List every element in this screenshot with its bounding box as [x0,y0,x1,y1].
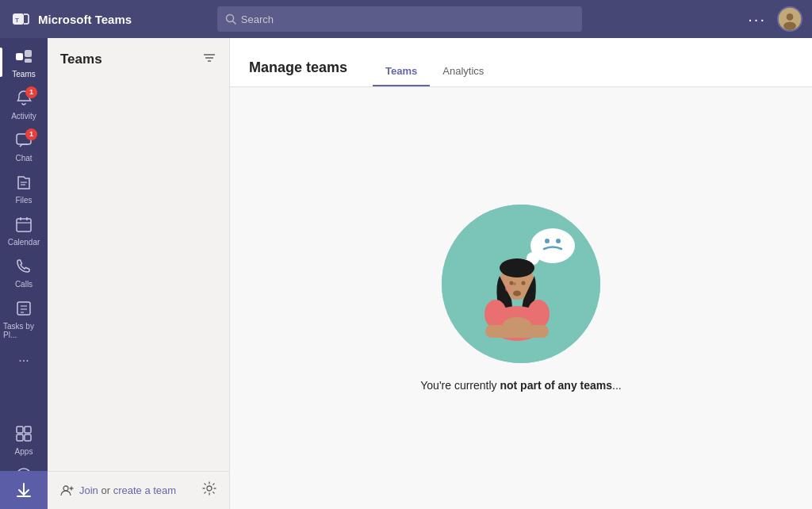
topbar-right: ··· [743,6,802,32]
svg-rect-10 [25,59,32,63]
svg-point-48 [505,285,511,292]
sidebar-item-apps-label: Apps [15,447,33,456]
sidebar-item-apps[interactable]: Apps [0,419,48,461]
sidebar-item-calendar[interactable]: Calendar [0,209,48,251]
avatar-image [779,6,801,32]
settings-icon[interactable] [202,481,216,499]
teams-logo-icon: T [10,8,32,30]
people-icon [60,484,75,498]
chat-badge: 1 [25,128,37,140]
illustration-svg [442,205,600,363]
join-link[interactable]: Join [79,484,98,496]
svg-point-54 [503,317,531,333]
content-header-top: Manage teams Teams Analytics [249,38,793,86]
search-placeholder: Search [241,13,274,25]
user-avatar[interactable] [777,6,802,32]
svg-rect-25 [25,434,31,441]
sidebar-item-teams-label: Teams [12,70,35,78]
svg-rect-8 [16,53,23,60]
empty-state-bold: not part of any teams [500,379,612,392]
svg-rect-18 [17,302,30,315]
svg-rect-24 [17,434,23,441]
sidebar-item-calendar-label: Calendar [8,238,40,247]
svg-point-7 [783,22,796,31]
activity-icon: 1 [15,90,33,109]
tab-teams[interactable]: Teams [373,55,430,86]
sidebar-item-tasks[interactable]: Tasks by Pl... [0,293,48,344]
more-options-button[interactable]: ··· [743,7,771,32]
sidebar-more-button[interactable]: ··· [18,350,29,371]
sidebar-item-chat-label: Chat [15,154,32,163]
join-text: Join or create a team [79,484,176,496]
sidebar-item-calls-label: Calls [15,280,33,289]
sidebar: Teams 1 Activity 1 Chat [0,38,48,509]
teams-panel: Teams Join or create a team [48,38,230,509]
download-icon [15,481,33,499]
sidebar-item-calls[interactable]: Calls [0,251,48,293]
svg-point-47 [513,282,516,285]
join-create-team[interactable]: Join or create a team [60,484,176,498]
sidebar-item-files[interactable]: Files [0,167,48,209]
files-icon [15,174,33,193]
svg-point-32 [63,486,68,491]
svg-point-46 [522,281,526,285]
teams-panel-title: Teams [60,52,102,67]
sidebar-item-activity-label: Activity [11,112,36,121]
svg-point-49 [513,291,521,297]
svg-point-41 [545,239,550,243]
sidebar-item-teams[interactable]: Teams [0,41,48,83]
svg-line-4 [232,21,236,25]
svg-rect-22 [17,427,23,433]
download-button[interactable] [0,471,48,509]
svg-point-42 [556,239,561,243]
empty-state: You're currently not part of any teams..… [230,87,812,509]
sidebar-item-files-label: Files [15,196,32,205]
svg-rect-14 [17,219,31,232]
app-logo: T Microsoft Teams [10,8,132,30]
tasks-icon [15,300,33,320]
teams-icon [15,48,33,67]
calendar-icon [15,216,33,235]
svg-point-6 [787,13,794,21]
search-icon [225,13,236,25]
svg-text:T: T [15,17,19,24]
content-header: Manage teams Teams Analytics [230,38,812,87]
svg-point-35 [207,486,212,491]
manage-teams-title: Manage teams [249,59,347,76]
teams-panel-body [48,76,229,471]
empty-state-message: You're currently not part of any teams..… [420,379,621,392]
topbar: T Microsoft Teams Search ··· [0,0,812,38]
main-content: Manage teams Teams Analytics [230,38,812,509]
tab-bar: Teams Analytics [373,49,496,86]
sidebar-item-chat[interactable]: 1 Chat [0,125,48,167]
activity-badge: 1 [25,86,37,98]
svg-rect-23 [25,427,31,433]
svg-rect-9 [25,50,32,57]
teams-panel-footer: Join or create a team [48,471,229,509]
apps-icon [15,425,33,445]
calls-icon [15,258,33,277]
search-bar[interactable]: Search [217,6,582,32]
tab-analytics[interactable]: Analytics [430,55,496,86]
teams-panel-header: Teams [48,38,229,76]
chat-icon: 1 [15,132,33,151]
sidebar-item-tasks-label: Tasks by Pl... [3,322,44,339]
svg-point-45 [510,281,514,285]
sidebar-item-activity[interactable]: 1 Activity [0,83,48,125]
create-link[interactable]: create a team [113,484,177,496]
filter-icon[interactable] [202,51,216,68]
svg-point-44 [500,258,534,277]
empty-state-illustration [442,205,600,363]
